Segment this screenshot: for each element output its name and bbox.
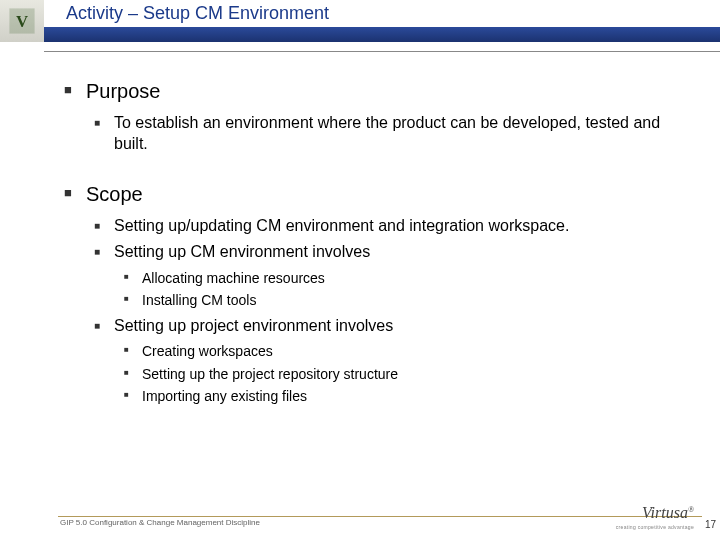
scope-item: Setting up project environment involves [94, 316, 692, 337]
purpose-item: To establish an environment where the pr… [94, 113, 692, 155]
scope-item: Setting up/updating CM environment and i… [94, 216, 692, 237]
title-underline [44, 51, 720, 52]
scope-subitem: Setting up the project repository struct… [124, 365, 692, 383]
page-number: 17 [705, 519, 716, 530]
logo-icon: V [8, 7, 36, 35]
scope-subitem: Creating workspaces [124, 342, 692, 360]
scope-subitem: Installing CM tools [124, 291, 692, 309]
svg-text:V: V [16, 12, 28, 31]
title-bar: Activity – Setup CM Environment [44, 0, 720, 42]
purpose-heading: Purpose [64, 80, 692, 103]
slide-content: Purpose To establish an environment wher… [0, 42, 720, 405]
logo-box: V [0, 0, 44, 42]
brand-tagline: creating competitive advantage [616, 524, 694, 530]
scope-item: Setting up CM environment involves [94, 242, 692, 263]
scope-subitem: Importing any existing files [124, 387, 692, 405]
slide-title: Activity – Setup CM Environment [44, 0, 720, 27]
slide-footer: GIP 5.0 Configuration & Change Managemen… [0, 504, 720, 532]
brand-logo: Virtusa® [642, 504, 694, 522]
scope-heading: Scope [64, 183, 692, 206]
footer-text: GIP 5.0 Configuration & Change Managemen… [60, 518, 260, 527]
scope-subitem: Allocating machine resources [124, 269, 692, 287]
slide-header: V Activity – Setup CM Environment [0, 0, 720, 42]
title-band [44, 27, 720, 42]
footer-divider [58, 516, 702, 517]
